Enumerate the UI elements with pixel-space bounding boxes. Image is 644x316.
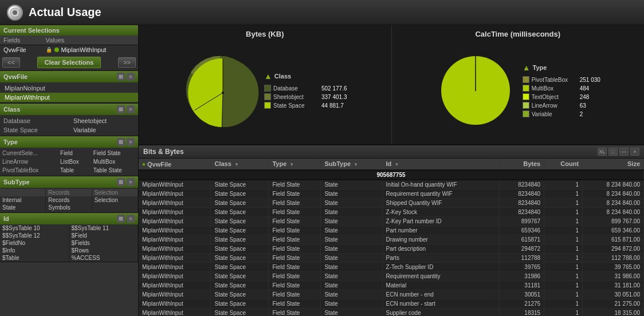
calctime-legend-textobj-label: TextObject (532, 94, 578, 100)
bb-minimize-button[interactable]: — (619, 148, 629, 156)
bb-col-id[interactable]: Id ▼ (382, 159, 500, 170)
qvwfile-item-withinput[interactable]: MiplanWithInput (0, 93, 138, 102)
bytes-chart-title: Bytes (KB) (246, 30, 284, 38)
bytes-legend-statespace-label: State Space (273, 102, 319, 109)
calctime-chart: CalcTime (milliseconds) (392, 25, 645, 144)
class-search-icon[interactable]: ⊞ (117, 105, 125, 113)
bb-col-size[interactable]: Size (583, 159, 644, 170)
bb-cell-qvwfile: MiplanWithInput (139, 226, 211, 235)
bb-close-button[interactable]: × (630, 148, 639, 156)
bytes-legend-database-value: 502 177.6 (321, 85, 347, 92)
bb-cell-count: 1 (544, 180, 583, 189)
bb-cell-bytes: 659346 (500, 226, 544, 235)
selection-dot (54, 48, 59, 52)
bb-col-qvwfile[interactable]: ● QvwFile (139, 159, 211, 170)
subtype-label: SubType (3, 179, 30, 185)
nav-back-button[interactable]: << (2, 57, 20, 68)
class-col2: Sheetobject (70, 116, 138, 125)
bb-cell-bytes: 294872 (500, 244, 544, 253)
bb-cell-bytes: 112788 (500, 253, 544, 262)
id-row: $$SysTable 10$$SysTable 11 (0, 224, 138, 232)
bb-cell-qvwfile: MiplanWithInput (139, 189, 211, 198)
id-search-icon[interactable]: ⊞ (117, 215, 125, 223)
id-cell-1: $Info (0, 247, 69, 254)
subtype-menu-icon[interactable]: ≡ (127, 178, 135, 186)
id-cell-2: $Rows (69, 247, 139, 254)
bb-controls: XL □ — × (598, 148, 639, 156)
bb-cell-count: 1 (544, 290, 583, 299)
id-menu-icon[interactable]: ≡ (127, 215, 135, 223)
qvwfile-item-noinput[interactable]: MiplanNoInput (0, 84, 138, 93)
bb-cell-qvwfile: MiplanWithInput (139, 253, 211, 262)
qvwfile-search-icon[interactable]: ⊞ (117, 73, 125, 81)
bytes-legend-arrow-icon: ▲ (264, 72, 272, 81)
bb-cell-type: Field State (269, 308, 321, 316)
bb-cell-type: Field State (269, 290, 321, 299)
bytes-legend-statespace: State Space 44 881.7 (264, 102, 347, 109)
bb-total-row: 905687755 (139, 170, 644, 180)
bb-cell-subtype: State (321, 290, 382, 299)
bb-cell-size: 659 346.00 (583, 226, 644, 235)
calctime-legend-pivot-value: 251 030 (580, 77, 600, 83)
bb-cell-qvwfile: MiplanWithInput (139, 271, 211, 281)
type-list: CurrentSele...FieldField StateLineArrowL… (0, 148, 138, 176)
id-row: $FieldNo$Fields (0, 239, 138, 247)
subtype-section: SubType ⊞ ≡ Records Selection Internal R… (0, 176, 138, 213)
bits-bytes-table-wrapper[interactable]: ● QvwFile Class ▼ Type ▼ SubType ▼ Id ▼ … (139, 159, 644, 316)
bb-cell-subtype: State (321, 299, 382, 308)
bb-window-button[interactable]: □ (608, 148, 618, 156)
bb-col-bytes[interactable]: Bytes (500, 159, 544, 170)
bb-type-sort-icon: ▼ (289, 162, 294, 167)
bytes-chart-body: ▲ Class Database 502 177.6 Sheetobject 3… (183, 41, 347, 140)
table-row: MiplanWithInput State Space Field State … (139, 226, 644, 235)
bb-cell-class: State Space (211, 299, 269, 308)
bb-cell-size: 31 181.00 (583, 281, 644, 290)
bb-cell-bytes: 31986 (500, 271, 544, 281)
bb-cell-id: Parts (382, 253, 500, 262)
bb-cell-qvwfile: MiplanWithInput (139, 235, 211, 244)
table-row: MiplanWithInput State Space Field State … (139, 207, 644, 216)
bb-xl-button[interactable]: XL (598, 148, 607, 156)
bb-cell-qvwfile: MiplanWithInput (139, 216, 211, 226)
bb-col-count[interactable]: Count (544, 159, 583, 170)
calctime-legend-pivot-color (523, 76, 529, 83)
bb-cell-bytes: 30051 (500, 290, 544, 299)
bb-cell-count: 1 (544, 244, 583, 253)
app-title: Actual Usage (29, 6, 101, 19)
cs-field: QvwFile (0, 45, 42, 55)
cs-value: 🔒 MiplanWithInput (42, 45, 139, 55)
bb-col-subtype[interactable]: SubType ▼ (321, 159, 382, 170)
bb-cell-size: 8 234 840.00 (583, 180, 644, 189)
bb-cell-class: State Space (211, 180, 269, 189)
bb-table-header-row: ● QvwFile Class ▼ Type ▼ SubType ▼ Id ▼ … (139, 159, 644, 170)
qvwfile-menu-icon[interactable]: ≡ (127, 73, 135, 81)
bytes-legend-sheetobject-color (264, 93, 271, 100)
nav-fwd-button[interactable]: >> (118, 57, 136, 68)
bb-class-sort-icon: ▼ (234, 162, 239, 167)
calctime-legend-linearrow-label: LineArrow (532, 102, 578, 109)
bb-cell-count: 1 (544, 226, 583, 235)
subtype-col-empty (0, 189, 46, 196)
type-search-icon[interactable]: ⊞ (117, 138, 125, 146)
bb-col-class[interactable]: Class ▼ (211, 159, 269, 170)
class-menu-icon[interactable]: ≡ (127, 105, 135, 113)
bb-cell-subtype: State (321, 180, 382, 189)
bb-cell-count: 1 (544, 216, 583, 226)
bytes-legend-database-label: Database (273, 85, 319, 92)
bb-cell-subtype: State (321, 281, 382, 290)
bb-cell-bytes: 31181 (500, 281, 544, 290)
calctime-legend-multibox: MultiBox 484 (523, 85, 600, 92)
bb-cell-class: State Space (211, 271, 269, 281)
bb-cell-qvwfile: MiplanWithInput (139, 207, 211, 216)
bytes-legend: ▲ Class Database 502 177.6 Sheetobject 3… (264, 72, 347, 109)
type-header: Type ⊞ ≡ (0, 136, 138, 148)
calctime-chart-title: CalcTime (milliseconds) (475, 30, 560, 38)
type-menu-icon[interactable]: ≡ (127, 138, 135, 146)
bits-bytes-panel: Bits & Bytes XL □ — × ● QvwFile (139, 145, 644, 316)
bb-subtype-sort-icon: ▼ (354, 162, 358, 167)
bb-col-type[interactable]: Type ▼ (269, 159, 321, 170)
subtype-search-icon[interactable]: ⊞ (117, 178, 125, 186)
bb-cell-size: 30 051.00 (583, 290, 644, 299)
clear-selections-button[interactable]: Clear Selections (37, 57, 101, 68)
calctime-legend-multibox-color (523, 85, 529, 92)
